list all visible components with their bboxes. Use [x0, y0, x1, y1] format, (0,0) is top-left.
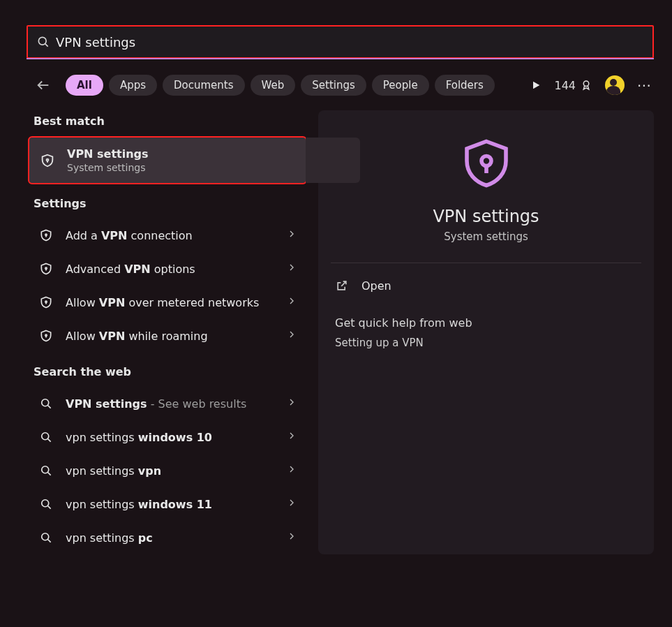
- search-underline: [27, 58, 654, 59]
- web-result-0-label: VPN settings - See web results: [66, 397, 275, 411]
- web-results: VPN settings - See web resultsvpn settin…: [28, 387, 307, 554]
- chevron-right-icon: [286, 464, 297, 478]
- rewards-points[interactable]: 144: [554, 79, 592, 92]
- svg-point-7: [45, 234, 47, 235]
- chevron-right-icon: [286, 397, 297, 411]
- settings-results: Add a VPN connectionAdvanced VPN options…: [28, 219, 307, 353]
- points-value: 144: [554, 79, 576, 92]
- open-icon: [335, 279, 349, 293]
- svg-line-16: [48, 406, 51, 408]
- quick-link-0[interactable]: Setting up a VPN: [335, 337, 637, 349]
- user-avatar[interactable]: [605, 75, 625, 95]
- svg-line-20: [48, 473, 51, 475]
- svg-point-19: [42, 466, 49, 473]
- svg-line-1: [45, 44, 48, 47]
- settings-result-3-label: Allow VPN while roaming: [66, 330, 275, 343]
- settings-result-0[interactable]: Add a VPN connection: [28, 219, 307, 252]
- section-best-match: Best match: [33, 115, 307, 128]
- medal-icon: [580, 79, 592, 91]
- svg-point-9: [45, 267, 47, 269]
- filter-bar: AllAppsDocumentsWebSettingsPeopleFolders…: [0, 59, 672, 110]
- best-match-text: VPN settings System settings: [67, 147, 296, 173]
- open-action[interactable]: Open: [331, 267, 641, 304]
- settings-result-0-label: Add a VPN connection: [66, 229, 275, 242]
- search-icon: [38, 430, 54, 444]
- search-icon: [38, 397, 54, 411]
- quick-links: Setting up a VPN: [331, 337, 641, 349]
- results-column: Best match VPN settings System settings …: [28, 110, 307, 554]
- svg-point-13: [45, 334, 47, 336]
- filter-chip-people[interactable]: People: [372, 75, 429, 96]
- svg-marker-3: [533, 82, 539, 89]
- svg-point-23: [42, 533, 49, 540]
- svg-point-25: [481, 156, 491, 166]
- filter-chip-folders[interactable]: Folders: [435, 75, 495, 96]
- svg-point-4: [583, 81, 589, 87]
- svg-point-21: [42, 500, 49, 507]
- settings-result-1[interactable]: Advanced VPN options: [28, 252, 307, 286]
- svg-point-0: [38, 37, 46, 45]
- shield-lock-icon: [38, 295, 54, 309]
- web-result-3[interactable]: vpn settings windows 11: [28, 487, 307, 521]
- search-icon: [38, 464, 54, 478]
- settings-result-1-label: Advanced VPN options: [66, 263, 275, 276]
- preview-hero: VPN settings System settings: [331, 134, 641, 243]
- svg-point-11: [45, 301, 47, 302]
- chevron-right-icon: [286, 262, 297, 276]
- chevron-right-icon: [286, 295, 297, 309]
- best-match-title: VPN settings: [67, 147, 296, 161]
- shield-lock-icon: [39, 153, 56, 168]
- svg-point-15: [42, 399, 49, 406]
- best-match-result[interactable]: VPN settings System settings: [28, 136, 307, 184]
- chevron-right-icon: [286, 497, 297, 511]
- settings-result-3[interactable]: Allow VPN while roaming: [28, 319, 307, 353]
- web-result-2[interactable]: vpn settings vpn: [28, 454, 307, 487]
- filter-chip-settings[interactable]: Settings: [301, 75, 366, 96]
- search-icon: [38, 497, 54, 511]
- search-inner: [28, 27, 652, 57]
- chevron-right-icon: [286, 329, 297, 343]
- open-label: Open: [361, 279, 391, 293]
- preview-title: VPN settings: [433, 207, 539, 226]
- svg-point-5: [47, 158, 49, 161]
- preview-panel: VPN settings System settings Open Get qu…: [318, 110, 654, 554]
- search-input[interactable]: [56, 35, 644, 50]
- settings-result-2-label: Allow VPN over metered networks: [66, 296, 275, 309]
- settings-result-2[interactable]: Allow VPN over metered networks: [28, 286, 307, 319]
- web-result-1-label: vpn settings windows 10: [66, 431, 275, 444]
- svg-line-22: [48, 506, 51, 509]
- section-settings: Settings: [33, 197, 307, 210]
- filter-chip-documents[interactable]: Documents: [163, 75, 245, 96]
- svg-line-24: [48, 540, 51, 543]
- svg-line-18: [48, 439, 51, 442]
- search-bar[interactable]: [27, 25, 654, 59]
- preview-subtitle: System settings: [444, 230, 528, 243]
- web-result-2-label: vpn settings vpn: [66, 464, 275, 478]
- quick-help-heading: Get quick help from web: [335, 316, 637, 330]
- chevron-right-icon: [286, 430, 297, 444]
- best-match-subtitle: System settings: [67, 162, 296, 173]
- web-result-4[interactable]: vpn settings pc: [28, 521, 307, 554]
- filter-chip-web[interactable]: Web: [251, 75, 296, 96]
- play-icon[interactable]: [530, 80, 542, 91]
- content-columns: Best match VPN settings System settings …: [0, 110, 672, 554]
- shield-lock-icon: [38, 262, 54, 276]
- filter-chip-all[interactable]: All: [66, 75, 103, 96]
- shield-lock-icon: [38, 228, 54, 242]
- web-result-0[interactable]: VPN settings - See web results: [28, 387, 307, 420]
- divider: [331, 263, 641, 263]
- search-icon: [36, 35, 50, 49]
- web-result-4-label: vpn settings pc: [66, 531, 275, 545]
- back-button[interactable]: [31, 73, 56, 98]
- svg-point-17: [42, 433, 49, 440]
- shield-lock-icon: [457, 134, 516, 193]
- filter-chips: AllAppsDocumentsWebSettingsPeopleFolders: [66, 75, 495, 96]
- shield-lock-icon: [38, 329, 54, 343]
- web-result-1[interactable]: vpn settings windows 10: [28, 420, 307, 454]
- filter-right: 144 ⋯: [530, 75, 652, 95]
- chevron-right-icon: [286, 531, 297, 545]
- search-icon: [38, 531, 54, 545]
- more-button[interactable]: ⋯: [637, 77, 652, 94]
- filter-chip-apps[interactable]: Apps: [109, 75, 157, 96]
- chevron-right-icon: [286, 228, 297, 242]
